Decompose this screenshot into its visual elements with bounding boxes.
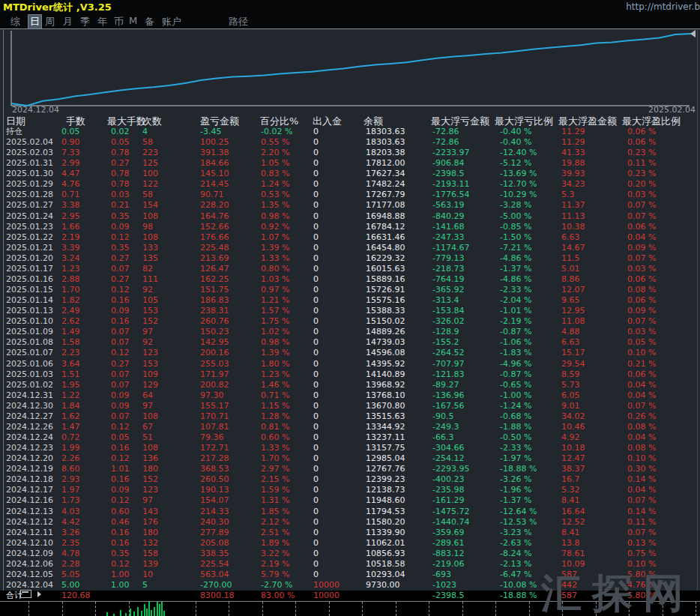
cell-col7: 0	[313, 380, 319, 390]
menu-item-综[interactable]: 综	[10, 15, 20, 28]
cell-col1: 2025.01.16	[6, 274, 53, 285]
cell-col10: -3.26 %	[500, 474, 531, 485]
table-row[interactable]: 2025.01.203.240.27135213.691.33 %016229.…	[0, 253, 700, 264]
table-row[interactable]: 2024.12.161.730.1297154.071.31 %011948.6…	[0, 495, 700, 506]
table-row[interactable]: 2025.01.312.990.27125184.661.05 %017812.…	[0, 158, 700, 169]
table-row[interactable]: 2025.01.151.700.1292151.750.97 %015726.9…	[0, 285, 700, 295]
timeline-tick	[196, 602, 196, 616]
site-url-link[interactable]: http://mtdriver.b	[626, 1, 700, 12]
table-row[interactable]: 持仓0.050.024-3.45-0.02 %018303.63-72.86-0…	[0, 127, 700, 137]
menu-item-M[interactable]: M	[129, 15, 137, 26]
cell-col3: 0.03	[111, 190, 130, 200]
table-row[interactable]: 2025.01.231.660.0998152.660.92 %016784.1…	[0, 222, 700, 232]
cell-col8: 16015.63	[366, 264, 405, 274]
cell-col5: 155.17	[200, 401, 229, 411]
cell-col9: -90.5	[432, 411, 453, 422]
cell-col7: 0	[313, 485, 319, 495]
table-row[interactable]: 2024.12.113.260.16180277.892.51 %011339.…	[0, 528, 700, 538]
menu-item-path[interactable]: 路径	[229, 15, 248, 28]
cell-col2: 5.00	[61, 580, 80, 591]
cell-col9: -1174.67	[432, 243, 469, 253]
cell-col3: 0.05	[111, 137, 130, 148]
cell-col6: 1.05 %	[261, 158, 289, 169]
cell-col9: -254.12	[432, 453, 464, 464]
title-bar: MTDriver统计 ,V3.25 http://mtdriver.b	[0, 0, 700, 13]
cell-col11: 8.41	[561, 495, 580, 506]
cell-col6: 0.92 %	[261, 222, 289, 232]
cell-col1: 2025.01.17	[6, 264, 53, 274]
menu-item-日[interactable]: 日	[28, 14, 42, 29]
menu-item-备[interactable]: 备	[145, 15, 154, 28]
cell-col1: 2025.01.03	[6, 369, 53, 380]
table-row[interactable]: 2024.12.134.030.60143214.331.85 %011794.…	[0, 507, 700, 517]
cell-col1: 2024.12.26	[6, 422, 53, 432]
table-row[interactable]: 2024.12.231.990.16108172.711.33 %013157.…	[0, 443, 700, 453]
table-row[interactable]: 2024.12.124.420.46176240.302.12 %011580.…	[0, 517, 700, 528]
table-row[interactable]: 2024.12.182.930.16152260.502.15 %012399.…	[0, 474, 700, 485]
table-row[interactable]: 2024.12.171.970.09123190.131.59 %012138.…	[0, 485, 700, 495]
table-row[interactable]: 2024.12.271.620.07108170.711.28 %013515.…	[0, 411, 700, 422]
table-row[interactable]: 2024.12.311.220.096497.300.71 %013768.10…	[0, 390, 700, 401]
cell-col5: 171.97	[200, 369, 229, 380]
menu-item-季[interactable]: 季	[80, 15, 90, 28]
menu-item-账户[interactable]: 账户	[162, 15, 181, 28]
cell-col6: 1.07 %	[261, 232, 289, 243]
cell-col6: 1.39 %	[261, 348, 289, 358]
cell-col11: 41.33	[561, 148, 585, 158]
cell-col5: 200.82	[200, 380, 229, 390]
table-row[interactable]: 2024.12.094.780.35158338.353.22 %010856.…	[0, 549, 700, 559]
cell-col12: 0.04 %	[627, 390, 656, 401]
cell-col10: -1.00 %	[500, 390, 531, 401]
restore-window-icon[interactable]	[20, 590, 31, 598]
table-row[interactable]: 2025.01.294.760.78122214.451.24 %017482.…	[0, 179, 700, 190]
cell-col10: -1.37 %	[500, 264, 531, 274]
table-row[interactable]: 2024.12.102.350.16132205.081.89 %011062.…	[0, 538, 700, 549]
menu-item-币[interactable]: 币	[114, 15, 124, 28]
cell-col2: 5.05	[61, 570, 80, 580]
table-row[interactable]: 2024.12.240.720.055179.360.60 %013237.11…	[0, 432, 700, 443]
table-row[interactable]: 2025.01.162.880.27111162.251.03 %015889.…	[0, 274, 700, 285]
table-row[interactable]: 2025.01.031.510.07109171.971.23 %014140.…	[0, 369, 700, 380]
cell-col2: 2.93	[61, 474, 80, 485]
table-row[interactable]: 2025.01.222.190.12108176.661.07 %016631.…	[0, 232, 700, 243]
cell-col6: 0.53 %	[261, 190, 289, 200]
activity-bar	[151, 610, 152, 616]
table-row[interactable]: 2025.01.304.470.78100145.100.83 %017627.…	[0, 169, 700, 179]
cell-col5: 107.81	[200, 422, 229, 432]
table-row[interactable]: 2024.12.198.601.01180368.532.97 %012767.…	[0, 464, 700, 474]
table-row[interactable]: 2025.01.081.580.0792142.950.98 %014739.0…	[0, 337, 700, 348]
cell-col5: 150.23	[200, 327, 229, 337]
cell-col9: -247.33	[432, 232, 464, 243]
table-row[interactable]: 2025.02.040.900.0558100.250.55 %018303.6…	[0, 137, 700, 148]
table-row[interactable]: 2025.02.037.330.78223391.382.20 %018203.…	[0, 148, 700, 158]
table-row[interactable]: 2025.01.063.640.27153255.031.80 %014395.…	[0, 359, 700, 369]
cell-col4: 58	[142, 190, 153, 200]
cell-col1: 2025.01.30	[6, 169, 53, 179]
timeline-tick	[362, 602, 363, 616]
table-row[interactable]: 2024.12.261.470.1267107.810.81 %013344.9…	[0, 422, 700, 432]
table-row[interactable]: 2025.01.273.380.21154228.201.35 %017177.…	[0, 200, 700, 211]
table-row[interactable]: 2024.12.202.260.12136217.281.70 %012985.…	[0, 453, 700, 464]
menu-item-年[interactable]: 年	[97, 15, 107, 28]
table-row[interactable]: 2025.01.213.390.35133225.481.39 %016454.…	[0, 243, 700, 253]
menu-item-周[interactable]: 周	[45, 15, 55, 28]
table-row[interactable]: 2024.12.301.840.0997155.171.15 %013670.8…	[0, 401, 700, 411]
table-row[interactable]: 2025.01.091.490.0797150.231.02 %014889.2…	[0, 327, 700, 337]
cell-col3: 0.78	[111, 179, 130, 190]
timeline-tick	[295, 602, 296, 616]
cell-col2: 1.51	[61, 369, 80, 380]
table-row[interactable]: 2025.01.102.620.16152260.761.75 %015150.…	[0, 316, 700, 327]
menu-item-月[interactable]: 月	[63, 15, 73, 28]
table-row[interactable]: 2025.01.021.950.07129200.821.46 %013968.…	[0, 380, 700, 390]
cell-col8: 11580.20	[366, 517, 405, 528]
table-row[interactable]: 2025.01.280.710.035890.710.53 %017267.79…	[0, 190, 700, 200]
table-row[interactable]: 2025.01.242.950.35108164.760.98 %016948.…	[0, 211, 700, 222]
table-row[interactable]: 2025.01.141.820.16105186.831.21 %015575.…	[0, 295, 700, 306]
table-row[interactable]: 2025.01.072.230.12123200.161.39 %014596.…	[0, 348, 700, 358]
table-row[interactable]: 2025.01.171.230.0782126.470.80 %016015.6…	[0, 264, 700, 274]
expand-icon[interactable]	[37, 591, 41, 597]
cell-col4: 136	[142, 453, 158, 464]
cell-col11: 12.07	[561, 285, 585, 295]
cell-col5: 100.25	[200, 137, 229, 148]
table-row[interactable]: 2025.01.132.490.09153238.311.57 %015388.…	[0, 306, 700, 316]
